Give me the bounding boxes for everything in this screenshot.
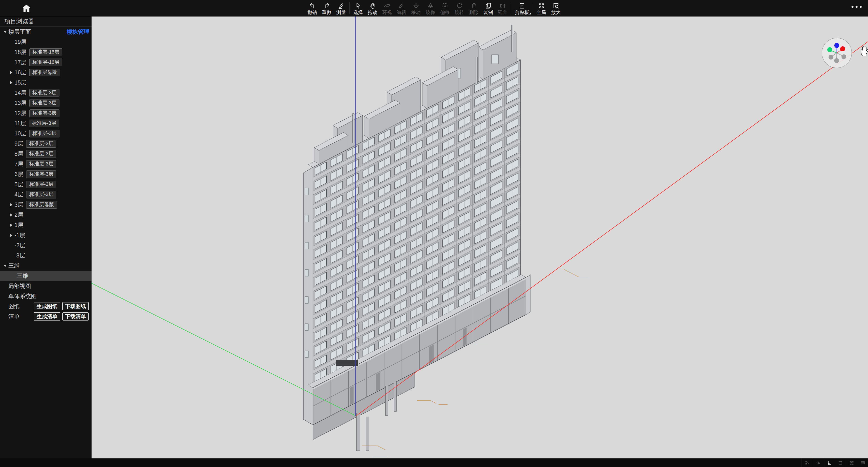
- floor-item-15[interactable]: 15层: [0, 77, 92, 88]
- more-menu-icon[interactable]: [851, 6, 862, 8]
- status-bar: [0, 459, 868, 467]
- floor-item-b2[interactable]: -2层: [0, 240, 92, 250]
- zoom-in-icon: [553, 2, 559, 9]
- caret-right-icon[interactable]: [10, 71, 12, 74]
- group-label: 三维: [8, 262, 20, 270]
- floor-item-13[interactable]: 13层标准层-3层: [0, 98, 92, 108]
- extend-icon: [499, 2, 506, 9]
- caret-right-icon[interactable]: [10, 81, 12, 84]
- gizmo-node-red: [840, 46, 845, 51]
- tool-label: 删除: [469, 10, 478, 15]
- floor-item-14[interactable]: 14层标准层-3层: [0, 88, 92, 98]
- download-sheets-button[interactable]: 下载图纸: [62, 302, 89, 310]
- group-3d[interactable]: 三维: [0, 261, 92, 271]
- fit-global-button[interactable]: 全局: [534, 1, 549, 15]
- undo-button[interactable]: 撤销: [305, 1, 319, 15]
- layout-grid-icon[interactable]: [846, 459, 857, 467]
- floor-item-2[interactable]: 2层: [0, 210, 92, 220]
- partial-view-item[interactable]: 局部视图: [0, 281, 92, 291]
- trash-icon: [470, 2, 477, 9]
- move-icon: [412, 2, 420, 9]
- floor-item-19[interactable]: 19层: [0, 37, 92, 47]
- orbit-icon: [383, 2, 391, 9]
- floor-item-4[interactable]: 4层标准层-3层: [0, 189, 92, 199]
- rotate-button: 旋转: [452, 1, 467, 15]
- fit-global-icon: [538, 2, 545, 9]
- visibility-icon[interactable]: [813, 459, 824, 467]
- caret-right-icon[interactable]: [10, 203, 12, 206]
- measure-button[interactable]: 测量: [334, 1, 348, 15]
- caret-down-icon[interactable]: [4, 31, 7, 33]
- floor-badge: 标准层-3层: [29, 99, 60, 107]
- group-label: 楼层平面: [8, 28, 31, 35]
- toolbar: 撤销 重做 测量 选择 拖动 环视 编辑 移动: [305, 0, 563, 16]
- 3d-viewport[interactable]: [92, 16, 868, 459]
- edit-pencil-icon: [398, 2, 405, 9]
- tool-label: 重做: [322, 10, 331, 15]
- download-list-button[interactable]: 下载清单: [62, 312, 89, 320]
- copy-button[interactable]: 复制: [481, 1, 495, 15]
- floor-item-16[interactable]: 16层标准层母版: [0, 67, 92, 77]
- caret-right-icon[interactable]: [10, 223, 12, 227]
- caret-right-icon[interactable]: [10, 213, 12, 217]
- building-manage-link[interactable]: 楼栋管理: [67, 28, 89, 35]
- zoom-in-button[interactable]: 放大: [549, 1, 563, 15]
- floor-item-18[interactable]: 18层标准层-16层: [0, 47, 92, 57]
- mirror-button: 镜像: [423, 1, 438, 15]
- system-diagram-item[interactable]: 单体系统图: [0, 291, 92, 301]
- floor-item-b1[interactable]: -1层: [0, 230, 92, 240]
- floor-badge: 标准层-3层: [26, 170, 57, 178]
- floor-badge: 标准层-3层: [29, 120, 59, 127]
- tool-label: 放大: [551, 10, 561, 15]
- floor-item-7[interactable]: 7层标准层-3层: [0, 159, 92, 169]
- tool-label: 测量: [336, 10, 346, 15]
- floor-badge: 标准层-3层: [26, 140, 57, 148]
- generate-sheets-button[interactable]: 生成图纸: [34, 302, 60, 310]
- select-button[interactable]: 选择: [351, 1, 365, 15]
- floor-item-12[interactable]: 12层标准层-3层: [0, 108, 92, 118]
- tool-label: 环视: [382, 10, 392, 15]
- floor-item-b3[interactable]: -3层: [0, 250, 92, 261]
- floor-item-8[interactable]: 8层标准层-3层: [0, 149, 92, 159]
- floor-item-6[interactable]: 6层标准层-3层: [0, 169, 92, 179]
- floor-badge: 标准层-3层: [26, 150, 57, 158]
- floor-item-3[interactable]: 3层标准层母版: [0, 199, 92, 210]
- table-icon[interactable]: [857, 459, 868, 467]
- caret-right-icon[interactable]: [10, 234, 12, 237]
- mirror-icon: [427, 2, 434, 9]
- redo-button[interactable]: 重做: [319, 1, 334, 15]
- selection-box-icon[interactable]: [835, 459, 846, 467]
- select-cursor-icon: [355, 2, 362, 9]
- orbit-button: 环视: [380, 1, 394, 15]
- generate-list-button[interactable]: 生成清单: [34, 312, 60, 320]
- floor-item-11[interactable]: 11层标准层-3层: [0, 118, 92, 128]
- floor-badge: 标准层-3层: [29, 89, 60, 97]
- floor-badge: 标准层-3层: [29, 130, 60, 137]
- home-icon[interactable]: [22, 4, 31, 13]
- floor-item-5[interactable]: 5层标准层-3层: [0, 179, 92, 189]
- toolbar-divider: [533, 2, 533, 14]
- floor-item-17[interactable]: 17层标准层-16层: [0, 57, 92, 67]
- tool-label: 编辑: [397, 10, 406, 15]
- floor-item-1[interactable]: 1层: [0, 220, 92, 230]
- floor-item-9[interactable]: 9层标准层-3层: [0, 138, 92, 149]
- floor-badge: 标准层母版: [26, 201, 57, 209]
- group-floor-plans[interactable]: 楼层平面 楼栋管理: [0, 27, 92, 37]
- floor-item-10[interactable]: 10层标准层-3层: [0, 128, 92, 138]
- redo-icon: [323, 2, 330, 9]
- navigation-gizmo[interactable]: [821, 37, 852, 68]
- list-row: 清单 生成清单 下载清单: [0, 311, 92, 322]
- edit-button: 编辑: [394, 1, 409, 15]
- view-3d-item[interactable]: 三维: [0, 271, 92, 281]
- floor-badge: 标准层-3层: [26, 191, 57, 198]
- tool-label: 拖动: [368, 10, 377, 15]
- tool-label: 延伸: [498, 10, 507, 15]
- clipboard-button[interactable]: 剪贴板: [513, 1, 532, 15]
- sheets-row: 图纸 生成图纸 下载图纸: [0, 301, 92, 311]
- clip-scissors-icon[interactable]: [802, 459, 813, 467]
- axis-corner-icon[interactable]: [824, 459, 835, 467]
- caret-down-icon[interactable]: [4, 265, 7, 267]
- drag-button[interactable]: 拖动: [365, 1, 380, 15]
- offset-icon: [441, 2, 448, 9]
- tool-label: 选择: [353, 10, 363, 15]
